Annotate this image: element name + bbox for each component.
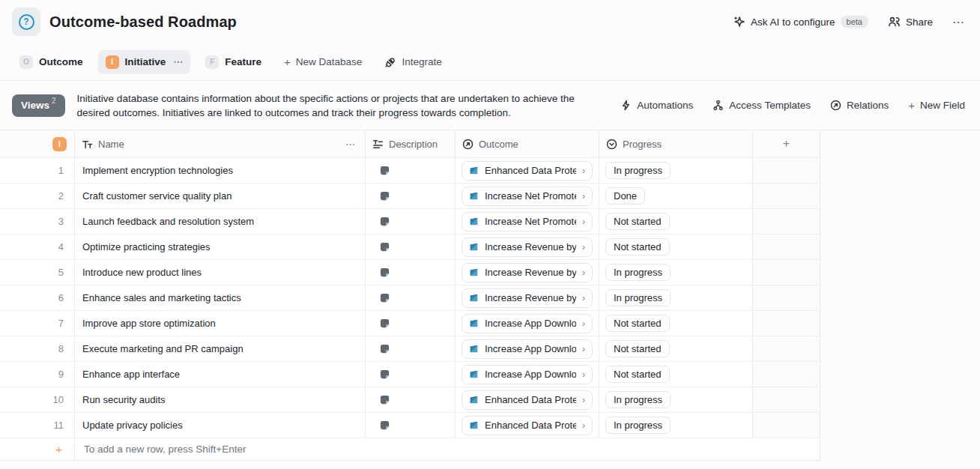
column-header-outcome[interactable]: Outcome [456, 130, 599, 158]
progress-select-value[interactable]: Not started [605, 213, 670, 230]
linked-outcome-chip[interactable]: Increase App Downloa... › [462, 314, 593, 333]
column-header-progress[interactable]: Progress [599, 130, 753, 158]
linked-outcome-chip[interactable]: Increase Net Promote... › [462, 187, 593, 206]
relations-button[interactable]: Relations [830, 100, 889, 111]
table-row[interactable]: 10 Run security audits Enhanced Data Pro… [0, 387, 820, 413]
name-cell[interactable]: Execute marketing and PR campaign [75, 336, 366, 362]
note-document-icon [379, 190, 390, 202]
progress-select-value[interactable]: In progress [605, 162, 671, 179]
description-cell[interactable] [366, 413, 456, 438]
row-number: 4 [58, 241, 74, 252]
progress-select-value[interactable]: Not started [605, 366, 670, 383]
name-cell[interactable]: Implement encryption technologies [75, 158, 366, 184]
linked-outcome-chip[interactable]: Increase Revenue by ... › [462, 288, 593, 308]
access-templates-button[interactable]: Access Templates [713, 100, 811, 111]
tab-initiative[interactable]: I Initiative ⋯ [98, 50, 191, 74]
row-number: 5 [58, 267, 74, 278]
description-cell[interactable] [366, 158, 456, 184]
column-menu-ellipsis-icon[interactable]: ⋯ [345, 139, 365, 150]
linked-outcome-chip[interactable]: Increase Revenue by ... › [462, 237, 593, 257]
tab-feature-label: Feature [225, 56, 261, 67]
base-icon[interactable]: ? [12, 7, 40, 36]
row-number-cell: 11 [0, 413, 75, 438]
description-cell[interactable] [366, 387, 456, 413]
more-menu-button[interactable]: ⋯ [952, 15, 965, 29]
table-row[interactable]: 5 Introduce new product lines Increase R… [0, 260, 820, 285]
add-row[interactable]: + To add a new row, press Shift+Enter [0, 438, 820, 461]
progress-select-value[interactable]: Not started [605, 315, 670, 332]
initiative-table-badge-icon: I [52, 137, 67, 151]
outcome-cell: Increase Revenue by ... › [456, 234, 599, 260]
new-field-button[interactable]: + New Field [908, 99, 965, 112]
table-row[interactable]: 9 Enhance app interface Increase App Dow… [0, 362, 820, 387]
note-document-icon [379, 318, 390, 329]
progress-select-value[interactable]: In progress [605, 417, 671, 434]
grid-body: 1 Implement encryption technologies Enha… [0, 158, 820, 438]
views-button[interactable]: Views 2 [12, 94, 65, 117]
new-field-label: New Field [920, 100, 965, 111]
share-button[interactable]: Share [888, 16, 933, 28]
name-cell[interactable]: Introduce new product lines [75, 260, 366, 285]
note-document-icon [379, 343, 390, 354]
description-cell[interactable] [366, 362, 456, 387]
table-row[interactable]: 4 Optimize practicing strategies Increas… [0, 234, 820, 260]
progress-select-value[interactable]: In progress [605, 289, 671, 306]
linked-outcome-chip[interactable]: Enhanced Data Protec... › [462, 416, 593, 435]
description-cell[interactable] [366, 311, 456, 336]
description-cell[interactable] [366, 234, 456, 260]
progress-select-value[interactable]: Not started [605, 238, 670, 255]
integrate-button[interactable]: Integrate [377, 51, 449, 73]
progress-cell: Done [599, 184, 753, 209]
tab-menu-ellipsis-icon[interactable]: ⋯ [173, 56, 183, 67]
table-row[interactable]: 1 Implement encryption technologies Enha… [0, 158, 820, 184]
name-cell[interactable]: Update privacy policies [75, 413, 366, 438]
tab-outcome[interactable]: O Outcome [12, 50, 91, 74]
table-row[interactable]: 6 Enhance sales and marketing tactics In… [0, 285, 820, 311]
chevron-right-icon: › [582, 369, 585, 380]
name-cell[interactable]: Run security audits [75, 387, 366, 413]
table-row[interactable]: 3 Launch feedback and resolution system … [0, 209, 820, 234]
description-cell[interactable] [366, 260, 456, 285]
name-cell[interactable]: Enhance sales and marketing tactics [75, 285, 366, 311]
tab-feature[interactable]: F Feature [198, 50, 269, 74]
add-field-header-button[interactable]: + [753, 130, 820, 158]
plug-icon [384, 56, 396, 68]
name-cell[interactable]: Launch feedback and resolution system [75, 209, 366, 234]
linked-outcome-chip[interactable]: Increase App Downloa... › [462, 339, 593, 359]
linked-outcome-chip[interactable]: Increase Revenue by ... › [462, 263, 593, 282]
ellipsis-icon: ⋯ [952, 15, 965, 29]
linked-outcome-chip[interactable]: Increase Net Promote... › [462, 212, 593, 232]
automations-button[interactable]: Automations [620, 100, 693, 111]
description-cell[interactable] [366, 184, 456, 209]
help-circle-icon: ? [19, 14, 34, 30]
column-header-description[interactable]: Description [366, 130, 456, 158]
name-cell[interactable]: Optimize practicing strategies [75, 234, 366, 260]
description-cell[interactable] [366, 285, 456, 311]
linked-outcome-chip[interactable]: Increase App Downloa... › [462, 365, 593, 384]
name-cell[interactable]: Enhance app interface [75, 362, 366, 387]
progress-cell: Not started [599, 311, 753, 336]
table-row[interactable]: 7 Improve app store optimization Increas… [0, 311, 820, 336]
column-header-name[interactable]: Name ⋯ [75, 130, 366, 158]
ask-ai-button[interactable]: Ask AI to configure beta [734, 16, 868, 28]
progress-select-value[interactable]: Done [605, 187, 645, 205]
new-database-button[interactable]: + New Database [276, 50, 369, 73]
progress-select-value[interactable]: In progress [605, 264, 671, 281]
add-row-hint[interactable]: To add a new row, press Shift+Enter [75, 438, 820, 461]
progress-select-value[interactable]: Not started [605, 340, 670, 357]
table-row[interactable]: 8 Execute marketing and PR campaign Incr… [0, 336, 820, 362]
progress-select-value[interactable]: In progress [605, 391, 671, 408]
linked-outcome-chip[interactable]: Enhanced Data Protec... › [462, 390, 593, 410]
initiative-name: Launch feedback and resolution system [75, 216, 254, 227]
linked-outcome-chip[interactable]: Enhanced Data Protec... › [462, 161, 593, 181]
progress-cell: Not started [599, 209, 753, 234]
progress-cell: In progress [599, 285, 753, 311]
outcome-title: Increase App Downloa... [485, 343, 576, 354]
description-cell[interactable] [366, 336, 456, 362]
table-row[interactable]: 11 Update privacy policies Enhanced Data… [0, 413, 820, 438]
name-cell[interactable]: Improve app store optimization [75, 311, 366, 336]
table-row[interactable]: 2 Craft customer service quality plan In… [0, 184, 820, 209]
description-cell[interactable] [366, 209, 456, 234]
note-document-icon [379, 165, 390, 176]
name-cell[interactable]: Craft customer service quality plan [75, 184, 366, 209]
